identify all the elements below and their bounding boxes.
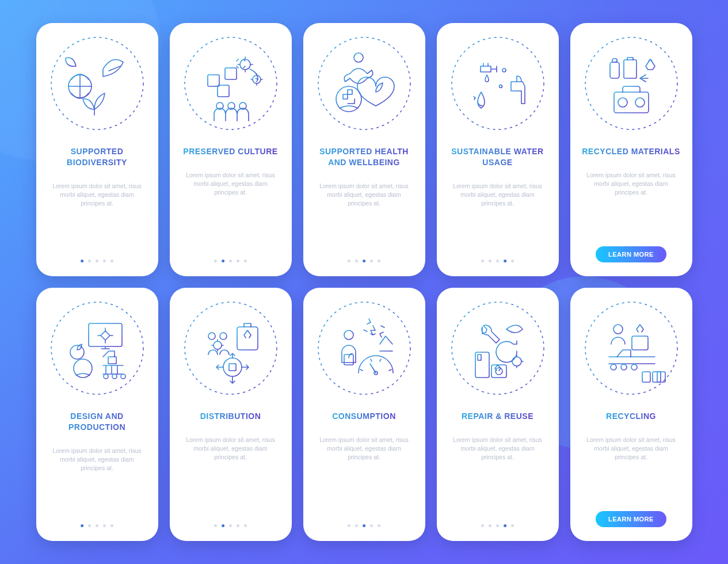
- pager-dot[interactable]: [504, 260, 506, 262]
- pager-dots: [214, 524, 247, 527]
- pager-dot[interactable]: [110, 260, 113, 262]
- card-title: PRESERVED CULTURE: [183, 146, 277, 157]
- pager-dot[interactable]: [370, 260, 373, 262]
- pager-dot[interactable]: [214, 260, 217, 262]
- card-title: DISTRIBUTION: [200, 411, 261, 422]
- pager-dots: [348, 524, 380, 527]
- svg-point-28: [104, 374, 108, 379]
- water-usage-icon: [449, 35, 547, 132]
- pager-dot[interactable]: [370, 524, 373, 527]
- pager-dot[interactable]: [81, 524, 83, 527]
- pager-dot[interactable]: [222, 260, 224, 262]
- svg-point-0: [51, 37, 143, 129]
- svg-rect-3: [208, 75, 219, 86]
- svg-point-12: [354, 53, 363, 62]
- pager-dots: [214, 260, 247, 262]
- pager-dot[interactable]: [244, 524, 247, 527]
- culture-icon: [182, 35, 280, 132]
- pager-dot[interactable]: [363, 524, 365, 527]
- pager-dot[interactable]: [363, 260, 365, 262]
- svg-point-29: [112, 374, 117, 379]
- pager-dot[interactable]: [237, 260, 239, 262]
- card-description: Lorem ipsum dolor sit amet, risus morbi …: [48, 182, 146, 208]
- pager-dot[interactable]: [496, 524, 499, 527]
- pager-dot[interactable]: [229, 260, 232, 262]
- repair-reuse-icon: [449, 299, 547, 397]
- design-production-icon: [48, 299, 146, 397]
- svg-point-43: [452, 302, 544, 394]
- svg-rect-51: [632, 336, 648, 350]
- card-description: Lorem ipsum dolor sit amet, risus morbi …: [315, 182, 413, 208]
- pager-dot[interactable]: [88, 524, 91, 527]
- svg-point-7: [253, 75, 261, 83]
- svg-point-23: [635, 98, 645, 107]
- pager-dot[interactable]: [489, 524, 491, 527]
- pager-dot[interactable]: [81, 260, 83, 262]
- svg-point-15: [502, 68, 506, 72]
- phone-card: RECYCLINGLorem ipsum dolor sit amet, ris…: [570, 288, 692, 541]
- svg-rect-38: [229, 364, 236, 371]
- svg-rect-46: [478, 355, 481, 360]
- phone-card: RECYCLED MATERIALSLorem ipsum dolor sit …: [570, 23, 692, 276]
- card-description: Lorem ipsum dolor sit amet, risus morbi …: [182, 171, 280, 197]
- pager-dot[interactable]: [378, 524, 380, 527]
- pager-dot[interactable]: [222, 524, 224, 527]
- pager-dot[interactable]: [511, 260, 514, 262]
- svg-point-11: [318, 37, 410, 129]
- card-description: Lorem ipsum dolor sit amet, risus morbi …: [315, 436, 413, 462]
- card-description: Lorem ipsum dolor sit amet, risus morbi …: [449, 182, 547, 208]
- svg-point-34: [220, 333, 227, 340]
- pager-dot[interactable]: [348, 524, 350, 527]
- pager-dot[interactable]: [481, 260, 484, 262]
- learn-more-button[interactable]: LEARN MORE: [596, 511, 666, 527]
- svg-rect-20: [624, 60, 636, 78]
- pager-dot[interactable]: [489, 260, 491, 262]
- pager-dot[interactable]: [96, 524, 98, 527]
- pager-dot[interactable]: [481, 524, 484, 527]
- pager-dot[interactable]: [511, 524, 514, 527]
- pager-dot[interactable]: [237, 524, 239, 527]
- pager-dot[interactable]: [355, 260, 358, 262]
- card-title: SUPPORTED HEALTH AND WELLBEING: [312, 146, 416, 168]
- pager-dot[interactable]: [348, 260, 350, 262]
- svg-rect-5: [218, 85, 229, 97]
- pager-dot[interactable]: [504, 524, 506, 527]
- pager-dot[interactable]: [378, 260, 380, 262]
- pager-dot[interactable]: [103, 524, 106, 527]
- card-title: CONSUMPTION: [332, 411, 396, 422]
- pager-dot[interactable]: [214, 524, 217, 527]
- card-title: SUSTAINABLE WATER USAGE: [446, 146, 550, 168]
- pager-dot[interactable]: [110, 524, 113, 527]
- svg-point-17: [585, 37, 677, 129]
- recycling-icon: [582, 299, 680, 397]
- biodiversity-icon: [48, 35, 146, 132]
- pager-dot[interactable]: [244, 260, 247, 262]
- svg-point-52: [611, 364, 616, 370]
- card-title: RECYCLED MATERIALS: [582, 146, 680, 157]
- card-title: RECYCLING: [606, 411, 656, 422]
- pager-dot[interactable]: [496, 260, 499, 262]
- pager-dot[interactable]: [96, 260, 98, 262]
- svg-point-40: [344, 330, 353, 340]
- phone-card: DISTRIBUTIONLorem ipsum dolor sit amet, …: [170, 288, 292, 541]
- pager-dot[interactable]: [88, 260, 91, 262]
- distribution-icon: [182, 299, 280, 397]
- svg-rect-4: [225, 68, 237, 79]
- phone-grid: SUPPORTED BIODIVERSITYLorem ipsum dolor …: [36, 23, 692, 541]
- pager-dot[interactable]: [229, 524, 232, 527]
- svg-rect-18: [610, 62, 619, 78]
- card-description: Lorem ipsum dolor sit amet, risus morbi …: [582, 436, 680, 462]
- card-description: Lorem ipsum dolor sit amet, risus morbi …: [182, 436, 280, 462]
- svg-point-50: [613, 325, 623, 334]
- card-title: DESIGN AND PRODUCTION: [45, 411, 149, 433]
- svg-rect-19: [612, 59, 617, 62]
- pager-dot[interactable]: [355, 524, 358, 527]
- pager-dot[interactable]: [103, 260, 106, 262]
- svg-rect-31: [108, 357, 116, 364]
- phone-card: SUSTAINABLE WATER USAGELorem ipsum dolor…: [437, 23, 559, 276]
- pager-dots: [81, 524, 113, 527]
- svg-point-2: [185, 37, 277, 129]
- phone-card: CONSUMPTIONLorem ipsum dolor sit amet, r…: [303, 288, 425, 541]
- learn-more-button[interactable]: LEARN MORE: [596, 246, 666, 262]
- card-description: Lorem ipsum dolor sit amet, risus morbi …: [582, 171, 680, 197]
